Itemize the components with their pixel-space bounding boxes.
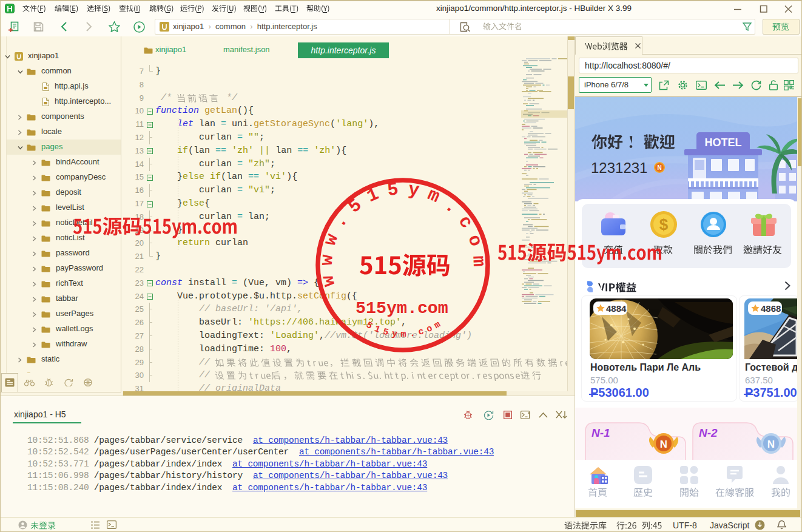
svg-text:$: $ <box>659 215 669 234</box>
svg-text:HOTEL: HOTEL <box>705 136 742 149</box>
svg-text:N: N <box>657 164 661 171</box>
svg-text:N: N <box>660 439 667 450</box>
svg-text:N: N <box>767 439 775 450</box>
